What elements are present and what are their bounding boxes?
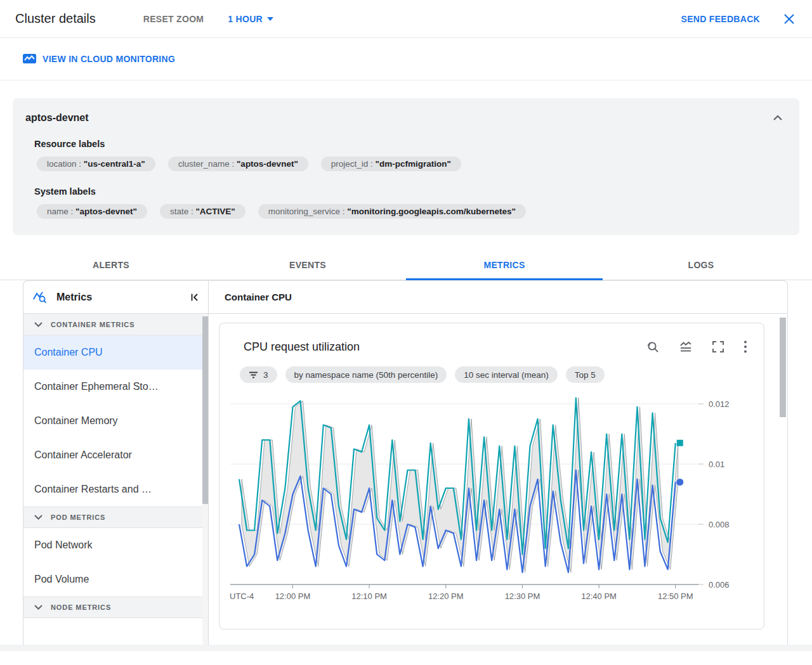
area-chart-icon [679,340,693,354]
section-node-metrics[interactable]: NODE METRICS [23,597,208,618]
interval-chip[interactable]: 10 sec interval (mean) [455,366,558,383]
main-scrollbar[interactable] [780,316,786,645]
chevron-up-icon [773,115,783,121]
sidebar-item-container-memory[interactable]: Container Memory [23,404,208,438]
metric-detail-pane: Container CPU CPU request utilization [209,281,787,645]
label-chip: location : "us-central1-a" [37,157,155,171]
pane-body: CPU request utilization [209,314,787,645]
chart-header: CPU request utilization [219,340,764,354]
area-chart-mode-button[interactable] [679,340,693,354]
svg-text:12:50 PM: 12:50 PM [658,591,693,601]
svg-text:UTC-4: UTC-4 [230,591,254,601]
view-in-cloud-monitoring-link[interactable]: VIEW IN CLOUD MONITORING [23,54,175,64]
resource-labels-heading: Resource labels [34,139,787,149]
bottom-scroll-gutter [0,645,812,651]
caret-down-icon [267,17,273,21]
label-chip: name : "aptos-devnet" [37,204,147,219]
metrics-sidebar: Metrics CONTAINER METRICS Container CPU … [23,281,209,645]
svg-text:0.012: 0.012 [709,399,730,409]
section-pod-metrics[interactable]: POD METRICS [23,507,208,528]
fullscreen-button[interactable] [712,340,724,353]
svg-text:0.006: 0.006 [709,580,730,590]
zoom-reset-icon [646,340,660,354]
time-range-label: 1 HOUR [228,14,263,24]
more-options-button[interactable] [743,340,747,354]
sidebar-item-pod-volume[interactable]: Pod Volume [23,562,208,597]
sidebar-item-container-ephemeral-storage[interactable]: Container Ephemeral Sto… [23,370,208,404]
svg-text:12:00 PM: 12:00 PM [275,591,311,601]
chart-filter-bar: 3 by namespace name (50th percentile) 10… [240,366,764,383]
fullscreen-icon [712,340,724,353]
page-title: Cluster details [15,11,96,26]
label-chip: project_id : "dm-pcfmigration" [321,157,461,171]
main-scrollbar-thumb[interactable] [780,318,786,417]
filter-list-icon [249,371,258,378]
sidebar-header: Metrics [23,281,208,314]
tab-metrics[interactable]: METRICS [406,250,603,280]
tab-events[interactable]: EVENTS [209,250,406,280]
monitoring-link-label: VIEW IN CLOUD MONITORING [43,54,175,64]
sidebar-item-pod-network[interactable]: Pod Network [23,528,208,562]
svg-text:12:30 PM: 12:30 PM [505,591,540,601]
reset-zoom-button[interactable]: RESET ZOOM [143,14,204,24]
system-labels-row: name : "aptos-devnet" state : "ACTIVE" m… [37,204,787,219]
send-feedback-button[interactable]: SEND FEEDBACK [681,14,760,24]
collapse-card-button[interactable] [773,112,783,124]
label-chip: monitoring_service : "monitoring.googlea… [258,204,526,219]
chart-toolbar [646,340,747,354]
top-bar: Cluster details RESET ZOOM 1 HOUR SEND F… [0,0,812,38]
groupby-chip[interactable]: by namespace name (50th percentile) [285,366,447,383]
tab-bar: ALERTS EVENTS METRICS LOGS [0,250,812,280]
pane-title: Container CPU [209,281,787,314]
sidebar-metric-list: CONTAINER METRICS Container CPU Containe… [23,314,208,645]
section-container-metrics[interactable]: CONTAINER METRICS [23,314,208,335]
system-labels-heading: System labels [34,186,787,197]
cluster-name: aptos-devnet [25,112,787,124]
chart-title: CPU request utilization [244,340,646,354]
close-icon [783,13,796,25]
chart-area: 0.0120.010.0080.006UTC-412:00 PM12:10 PM… [221,389,764,614]
close-panel-button[interactable] [783,12,797,26]
svg-text:0.008: 0.008 [709,520,730,529]
chevron-down-icon [34,322,43,327]
sidebar-item-container-restarts[interactable]: Container Restarts and … [23,472,208,507]
metrics-content-panel: Metrics CONTAINER METRICS Container CPU … [23,280,788,645]
zoom-reset-button[interactable] [646,340,660,354]
sidebar-title: Metrics [56,292,189,303]
sidebar-scrollbar[interactable] [202,314,208,645]
resource-labels-row: location : "us-central1-a" cluster_name … [37,157,787,171]
cpu-utilization-chart[interactable]: 0.0120.010.0080.006UTC-412:00 PM12:10 PM… [221,389,757,611]
sidebar-scrollbar-thumb[interactable] [202,316,208,504]
sidebar-item-container-accelerator[interactable]: Container Accelerator [23,438,208,472]
monitoring-chart-icon [23,54,36,64]
kebab-menu-icon [743,340,747,354]
sidebar-item-container-cpu[interactable]: Container CPU [23,335,208,370]
chevron-down-icon [34,515,43,520]
svg-text:0.01: 0.01 [709,460,724,469]
svg-text:12:10 PM: 12:10 PM [351,591,387,601]
chart-card: CPU request utilization [219,323,764,629]
chevron-down-icon [34,605,43,610]
link-bar: VIEW IN CLOUD MONITORING [0,38,812,81]
collapse-sidebar-button[interactable] [189,292,200,303]
tab-alerts[interactable]: ALERTS [13,250,209,280]
label-chip: cluster_name : "aptos-devnet" [168,157,308,171]
cluster-summary-card: aptos-devnet Resource labels location : … [13,98,799,235]
tab-logs[interactable]: LOGS [603,250,799,280]
svg-text:12:40 PM: 12:40 PM [581,591,617,601]
label-chip: state : "ACTIVE" [160,204,246,219]
filter-count-chip[interactable]: 3 [240,366,277,383]
svg-text:12:20 PM: 12:20 PM [428,591,464,601]
time-range-dropdown[interactable]: 1 HOUR [228,14,273,24]
metrics-explorer-icon [32,290,49,304]
top5-chip[interactable]: Top 5 [566,366,605,383]
collapse-panel-icon [189,292,200,303]
